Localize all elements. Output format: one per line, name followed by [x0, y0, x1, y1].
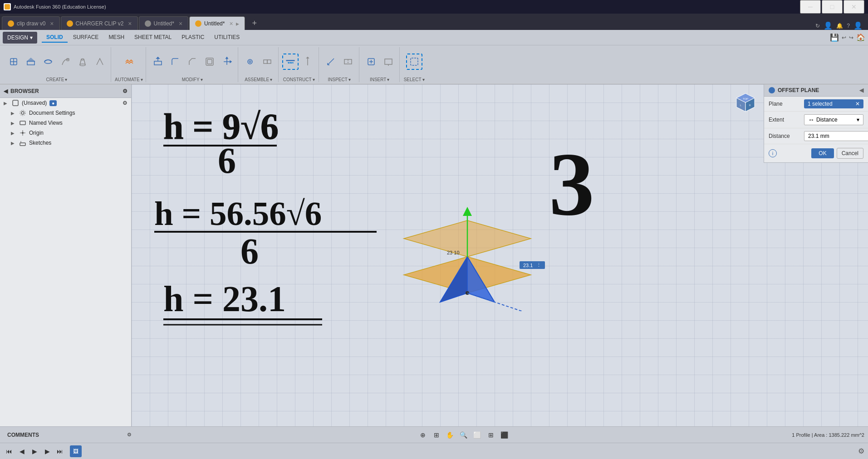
home-icon[interactable]: 🏠	[856, 33, 865, 42]
fillet-button[interactable]	[167, 54, 183, 70]
construct-label[interactable]: CONSTRUCT ▾	[283, 77, 315, 82]
section-analysis-button[interactable]	[340, 54, 356, 70]
tab-mesh[interactable]: MESH	[104, 33, 129, 43]
modify-label[interactable]: MODIFY ▾	[182, 77, 203, 82]
grid-button[interactable]: ⊞	[485, 430, 496, 440]
info-icon[interactable]: i	[769, 149, 777, 157]
maximize-button[interactable]: □	[822, 0, 843, 14]
select-label[interactable]: SELECT ▾	[404, 77, 425, 82]
tab-icon	[195, 20, 201, 27]
tab-surface[interactable]: SURFACE	[69, 33, 103, 43]
tab-plastic[interactable]: PLASTIC	[177, 33, 209, 43]
rib-button[interactable]	[92, 54, 108, 70]
tab-untitled-1[interactable]: Untitled* ×	[139, 16, 189, 30]
tab-close-icon[interactable]: ×	[128, 20, 132, 27]
inspect-label[interactable]: INSPECT ▾	[328, 77, 350, 82]
comments-expand-icon[interactable]: ⚙	[127, 432, 132, 438]
insert-canvas-button[interactable]	[380, 54, 397, 70]
sidebar-item-sketches[interactable]: ▶ Sketches	[0, 138, 131, 148]
axis-button[interactable]	[299, 54, 316, 70]
sidebar-back-icon[interactable]: ◀	[4, 88, 8, 94]
tab-untitled-2[interactable]: Untitled* × ▸	[189, 16, 245, 30]
plane-clear-button[interactable]: ✕	[855, 101, 860, 107]
minimize-button[interactable]: ─	[800, 0, 821, 14]
pan-button[interactable]: ✋	[445, 430, 456, 440]
design-button[interactable]: DESIGN ▾	[3, 32, 37, 44]
tab-close-icon[interactable]: ×	[179, 20, 182, 27]
tab-sheet-metal[interactable]: SHEET METAL	[130, 33, 176, 43]
extent-select[interactable]: ↔ Distance ▾	[804, 114, 863, 125]
help-icon[interactable]: ?	[847, 23, 850, 29]
shell-button[interactable]	[201, 54, 218, 70]
user-avatar[interactable]: 👤	[853, 21, 863, 30]
tab-utilities[interactable]: UTILITIES	[210, 33, 244, 43]
distance-input[interactable]	[804, 131, 868, 141]
sweep-button[interactable]	[57, 54, 74, 70]
measure-button[interactable]	[323, 54, 339, 70]
nav-cube[interactable]: TOP L R	[732, 89, 759, 116]
timeline-thumb[interactable]: 🖼	[70, 445, 82, 457]
insert-label[interactable]: INSERT ▾	[370, 77, 390, 82]
new-component-button[interactable]	[5, 54, 22, 70]
canvas-area[interactable]: TOP L R h = 9√6 6 h = 56.56√6 6 h = 23.1	[132, 84, 868, 426]
step-back-button[interactable]: ◀	[16, 446, 27, 457]
dimension-callout[interactable]: 23.1 ⋮	[520, 261, 545, 269]
skip-back-button[interactable]: ⏮	[4, 446, 15, 457]
settings-icon	[19, 109, 26, 117]
callout-options-icon[interactable]: ⋮	[536, 262, 541, 268]
automate-label[interactable]: AUTOMATE ▾	[115, 77, 143, 82]
press-pull-button[interactable]	[150, 54, 166, 70]
skip-forward-button[interactable]: ⏭	[54, 446, 65, 457]
step-forward-button[interactable]: ▶	[42, 446, 53, 457]
sidebar-settings-icon[interactable]: ⚙	[123, 88, 128, 94]
sidebar-item-document-settings[interactable]: ▶ Document Settings	[0, 108, 131, 118]
sidebar-item-named-views[interactable]: ▶ Named Views	[0, 118, 131, 128]
move-button[interactable]	[219, 54, 235, 70]
insert-mcmaster-button[interactable]	[363, 54, 379, 70]
panel-expand-icon[interactable]: ◀	[859, 87, 863, 93]
sidebar-item-origin[interactable]: ▶ Origin	[0, 128, 131, 138]
automate-buttons	[121, 47, 137, 76]
sidebar-item-unsaved[interactable]: ▶ (Unsaved) ● ⚙	[0, 98, 131, 108]
new-tab-button[interactable]: +	[248, 16, 261, 30]
chamfer-button[interactable]	[184, 54, 201, 70]
ok-button[interactable]: OK	[811, 148, 834, 158]
cancel-button[interactable]: Cancel	[837, 148, 863, 159]
snap-button[interactable]: ⊕	[417, 430, 428, 440]
loft-button[interactable]	[74, 54, 91, 70]
3d-shape[interactable]: 23 10	[368, 184, 549, 311]
plane-value-box[interactable]: 1 selected ✕	[804, 99, 863, 108]
refresh-icon[interactable]: ↻	[815, 23, 820, 29]
tab-close-icon[interactable]: ×	[229, 20, 233, 27]
assemble-label[interactable]: ASSEMBLE ▾	[245, 77, 272, 82]
view-cube-button[interactable]: ⬜	[472, 430, 483, 440]
playback-settings-icon[interactable]: ⚙	[858, 447, 864, 455]
account-icon[interactable]: 👤	[824, 21, 833, 30]
tab-label: clip draw v0	[17, 20, 45, 27]
select-button[interactable]	[406, 54, 422, 70]
notification-icon[interactable]: 🔔	[836, 23, 843, 29]
item-options-icon[interactable]: ⚙	[123, 100, 128, 106]
assemble-btn2[interactable]	[259, 54, 275, 70]
layout-button[interactable]: ⊞	[431, 430, 442, 440]
close-button[interactable]: ✕	[843, 0, 864, 14]
automate-button[interactable]	[121, 54, 137, 70]
undo-icon[interactable]: ↩	[842, 34, 846, 41]
zoom-button[interactable]: 🔍	[458, 430, 469, 440]
tab-pin-icon[interactable]: ▸	[236, 20, 239, 27]
tab-close-icon[interactable]: ×	[50, 20, 54, 27]
extrude-button[interactable]	[23, 54, 39, 70]
tab-solid[interactable]: SOLID	[42, 33, 68, 43]
revolve-button[interactable]	[40, 54, 56, 70]
redo-icon[interactable]: ↪	[849, 34, 853, 41]
offset-plane-button[interactable]	[282, 54, 299, 70]
create-label[interactable]: CREATE ▾	[46, 77, 68, 82]
tab-clip-draw[interactable]: clip draw v0 ×	[2, 16, 60, 30]
tab-charger-clip[interactable]: CHARGER CLIP v2 ×	[61, 16, 138, 30]
display-button[interactable]: ⬛	[499, 430, 510, 440]
play-pause-button[interactable]: ▶	[29, 446, 40, 457]
joint-button[interactable]	[242, 54, 258, 70]
comments-section: COMMENTS ⚙	[4, 432, 135, 438]
status-right: 1 Profile | Area : 1385.222 mm^2	[792, 432, 864, 438]
save-icon[interactable]: 💾	[830, 33, 839, 42]
